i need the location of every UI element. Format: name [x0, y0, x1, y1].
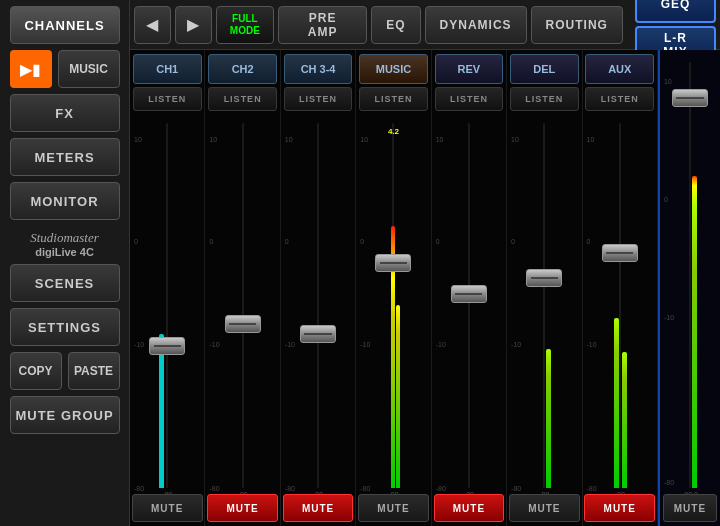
channel-header-btn-ch1[interactable]: CH1: [133, 54, 202, 84]
listen-btn-del[interactable]: LISTEN: [510, 87, 579, 111]
settings-button[interactable]: SETTINGS: [10, 308, 120, 346]
scale-mark-ch34-0: 10: [285, 136, 293, 143]
play-button[interactable]: ▶▮: [10, 50, 52, 88]
channel-strip-ch2: CH2LISTEN100-10-80-80MUTE: [205, 50, 280, 526]
meter-del: [546, 349, 551, 488]
scale-mark-ch2-1: 0: [209, 238, 213, 245]
play-icon: ▶▮: [20, 60, 41, 79]
scale-mark-ch1-0: 10: [134, 136, 142, 143]
copy-button[interactable]: COPY: [10, 352, 62, 390]
channel-strip-ch1: CH1LISTEN100-10-80-80MUTE: [130, 50, 205, 526]
meter2-aux: [622, 352, 627, 488]
channel-strip-ch34: CH 3-4LISTEN100-10-80-80MUTE: [281, 50, 356, 526]
scale-mark-music-0: 10: [360, 136, 368, 143]
strips-container: CH1LISTEN100-10-80-80MUTECH2LISTEN100-10…: [130, 50, 720, 526]
mute-btn-music[interactable]: MUTE: [358, 494, 429, 522]
paste-button[interactable]: PASTE: [68, 352, 120, 390]
dynamics-button[interactable]: DYNAMICS: [425, 6, 527, 44]
mute-btn-ch1[interactable]: MUTE: [132, 494, 203, 522]
scale-mark-ch1-3: -80: [134, 485, 144, 492]
fader-section-aux: 100-10-80-80: [584, 115, 656, 526]
scale-mark-ch2-3: -80: [209, 485, 219, 492]
geq-mute-btn[interactable]: MUTE: [663, 494, 717, 522]
listen-btn-aux[interactable]: LISTEN: [585, 87, 654, 111]
fader-thumb-ch34[interactable]: [300, 325, 336, 343]
scale-mark-ch2-0: 10: [209, 136, 217, 143]
nav-back-button[interactable]: ◀: [134, 6, 171, 44]
nav-forward-button[interactable]: ▶: [175, 6, 212, 44]
fader-rail-rev: [468, 123, 470, 488]
scale-mark-ch34-3: -80: [285, 485, 295, 492]
mute-btn-del[interactable]: MUTE: [509, 494, 580, 522]
listen-btn-ch34[interactable]: LISTEN: [284, 87, 353, 111]
fader-rail-ch2: [242, 123, 244, 488]
fader-section-rev: 100-10-80-80: [433, 115, 505, 526]
eq-button[interactable]: EQ: [371, 6, 420, 44]
geq-scale-1: 0: [664, 196, 668, 203]
monitor-button[interactable]: MONITOR: [10, 182, 120, 220]
scale-mark-del-0: 10: [511, 136, 519, 143]
mute-btn-rev[interactable]: MUTE: [434, 494, 505, 522]
full-mode-button[interactable]: FULL MODE: [216, 6, 274, 44]
channel-strip-del: DELLISTEN100-10-80-80MUTE: [507, 50, 582, 526]
mode-label: MODE: [230, 25, 260, 37]
geq-button[interactable]: GEQ: [635, 0, 716, 23]
logo-area: Studiomaster digiLive 4C: [30, 230, 99, 258]
geq-scale-0: 10: [664, 78, 672, 85]
geq-rail: [689, 62, 691, 488]
full-label: FULL: [232, 13, 258, 25]
scale-mark-aux-2: -10: [587, 341, 597, 348]
fader-section-ch34: 100-10-80-80: [282, 115, 354, 526]
mute-group-button[interactable]: MUTE GROUP: [10, 396, 120, 434]
fader-section-ch2: 100-10-80-80: [206, 115, 278, 526]
scale-mark-ch1-2: -10: [134, 341, 144, 348]
geq-scale-3: -80: [664, 479, 674, 486]
channel-header-btn-ch34[interactable]: CH 3-4: [284, 54, 353, 84]
fader-thumb-del[interactable]: [526, 269, 562, 287]
channel-header-btn-rev[interactable]: REV: [435, 54, 504, 84]
scale-mark-ch1-1: 0: [134, 238, 138, 245]
channel-header-btn-ch2[interactable]: CH2: [208, 54, 277, 84]
fader-thumb-aux[interactable]: [602, 244, 638, 262]
fx-button[interactable]: FX: [10, 94, 120, 132]
channel-header-btn-music[interactable]: MUSIC: [359, 54, 428, 84]
fader-thumb-music[interactable]: [375, 254, 411, 272]
routing-button[interactable]: ROUTING: [531, 6, 623, 44]
mute-btn-aux[interactable]: MUTE: [584, 494, 655, 522]
music-button[interactable]: MUSIC: [58, 50, 120, 88]
main-content: ◀ ▶ FULL MODE PRE AMP EQ DYNAMICS ROUTIN…: [130, 0, 720, 526]
scenes-button[interactable]: SCENES: [10, 264, 120, 302]
scale-mark-del-1: 0: [511, 238, 515, 245]
fader-section-music: 100-10-804.2-80: [357, 115, 429, 526]
channel-strip-aux: AUXLISTEN100-10-80-80MUTE: [583, 50, 658, 526]
channel-header-btn-aux[interactable]: AUX: [585, 54, 654, 84]
fader-thumb-rev[interactable]: [451, 285, 487, 303]
fader-rail-del: [543, 123, 545, 488]
fader-thumb-ch1[interactable]: [149, 337, 185, 355]
listen-btn-ch2[interactable]: LISTEN: [208, 87, 277, 111]
channels-button[interactable]: CHANNELS: [10, 6, 120, 44]
geq-scale-2: -10: [664, 314, 674, 321]
scale-mark-music-2: -10: [360, 341, 370, 348]
logo-studiomaster: Studiomaster: [30, 230, 99, 246]
logo-digilive: digiLive 4C: [30, 246, 99, 258]
fader-rail-ch34: [317, 123, 319, 488]
meters-button[interactable]: METERS: [10, 138, 120, 176]
scale-mark-aux-0: 10: [587, 136, 595, 143]
fader-thumb-ch2[interactable]: [225, 315, 261, 333]
scale-mark-aux-3: -80: [587, 485, 597, 492]
listen-btn-music[interactable]: LISTEN: [359, 87, 428, 111]
mute-btn-ch34[interactable]: MUTE: [283, 494, 354, 522]
scale-mark-rev-2: -10: [436, 341, 446, 348]
mute-btn-ch2[interactable]: MUTE: [207, 494, 278, 522]
transport-row: ▶▮ MUSIC: [10, 50, 120, 88]
copy-paste-row: COPY PASTE: [10, 352, 120, 390]
fader-rail-ch1: [166, 123, 168, 488]
listen-btn-rev[interactable]: LISTEN: [435, 87, 504, 111]
geq-fader-thumb[interactable]: [672, 89, 708, 107]
listen-btn-ch1[interactable]: LISTEN: [133, 87, 202, 111]
scale-mark-del-3: -80: [511, 485, 521, 492]
preamp-button[interactable]: PRE AMP: [278, 6, 367, 44]
scale-mark-music-1: 0: [360, 238, 364, 245]
channel-header-btn-del[interactable]: DEL: [510, 54, 579, 84]
